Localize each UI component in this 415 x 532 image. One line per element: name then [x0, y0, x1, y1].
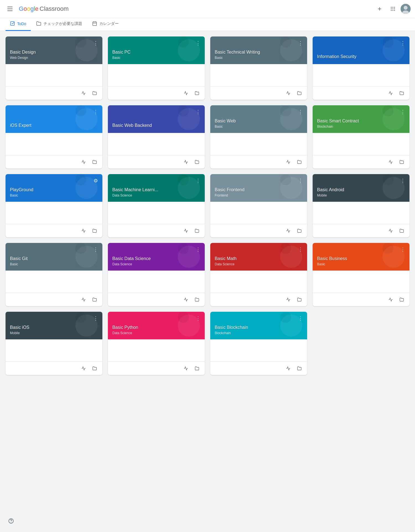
logo-google: Google: [19, 5, 38, 12]
course-card-12[interactable]: ⋮ Basic Android Mobile: [313, 174, 409, 237]
course-menu-button-16[interactable]: ⋮: [398, 245, 407, 254]
svg-point-0: [391, 7, 392, 8]
course-menu-button-10[interactable]: ⋮: [194, 176, 203, 185]
course-folder-button-13[interactable]: [90, 295, 99, 304]
course-chart-button-7[interactable]: [284, 158, 293, 166]
course-menu-button-8[interactable]: ⋮: [398, 108, 407, 116]
svg-point-18: [76, 36, 87, 48]
svg-point-50: [76, 312, 87, 323]
course-menu-button-15[interactable]: ⋮: [296, 245, 305, 254]
course-chart-button-19[interactable]: [284, 364, 293, 373]
course-chart-button-6[interactable]: [181, 158, 190, 166]
course-card-10[interactable]: ⋮ Basic Machine Learni... Data Science: [108, 174, 205, 237]
course-folder-button-17[interactable]: [90, 364, 99, 373]
course-chart-button-3[interactable]: [284, 89, 293, 98]
course-chart-button-10[interactable]: [181, 226, 190, 235]
course-card-7[interactable]: ⋮ Basic Web Basic: [210, 105, 307, 169]
help-button[interactable]: [6, 515, 17, 526]
course-card-11[interactable]: ⋮ Basic Frontend Frontend: [210, 174, 307, 237]
course-chart-button-8[interactable]: [386, 158, 395, 166]
course-menu-button-3[interactable]: ⋮: [296, 39, 305, 48]
course-folder-button-12[interactable]: [397, 226, 406, 235]
course-chart-button-11[interactable]: [284, 226, 293, 235]
course-card-18[interactable]: ⋮ Basic Python Data Science: [108, 312, 205, 375]
course-card-5[interactable]: ⋮ iOS Expert: [6, 105, 102, 169]
course-menu-button-19[interactable]: ⋮: [296, 314, 305, 323]
svg-point-26: [76, 105, 87, 116]
tab-todo[interactable]: ToDo: [6, 18, 31, 31]
course-menu-button-2[interactable]: ⋮: [194, 39, 203, 48]
course-card-1[interactable]: ⋮ Basic Design Web Design: [6, 36, 102, 100]
course-menu-button-14[interactable]: ⋮: [194, 245, 203, 254]
course-menu-button-5[interactable]: ⋮: [91, 108, 100, 116]
tab-calendar[interactable]: カレンダー: [88, 18, 123, 31]
course-card-6[interactable]: ⋮ Basic Web Backend: [108, 105, 205, 169]
course-folder-button-2[interactable]: [193, 89, 201, 98]
course-folder-button-8[interactable]: [397, 158, 406, 166]
course-chart-button-17[interactable]: [79, 364, 88, 373]
course-title-16: Basic Business: [317, 256, 405, 262]
course-chart-button-1[interactable]: [79, 89, 88, 98]
add-button[interactable]: +: [374, 3, 385, 14]
course-chart-button-4[interactable]: [386, 89, 395, 98]
course-chart-button-16[interactable]: [386, 295, 395, 304]
course-menu-button-6[interactable]: ⋮: [194, 108, 203, 116]
course-chart-button-15[interactable]: [284, 295, 293, 304]
course-chart-button-18[interactable]: [181, 364, 190, 373]
course-folder-button-14[interactable]: [193, 295, 201, 304]
course-chart-button-2[interactable]: [181, 89, 190, 98]
course-menu-button-11[interactable]: ⋮: [296, 176, 305, 185]
course-folder-button-18[interactable]: [193, 364, 201, 373]
course-card-3[interactable]: ⋮ Basic Technical Writing Basic: [210, 36, 307, 100]
course-menu-button-17[interactable]: ⋮: [91, 314, 100, 323]
course-body-16: [313, 271, 409, 293]
course-card-13[interactable]: ⋮ Basic Git Basic: [6, 243, 102, 306]
course-menu-button-18[interactable]: ⋮: [194, 314, 203, 323]
app-logo[interactable]: Google Classroom: [19, 5, 69, 12]
nav-tabs: ToDo チェックが必要な課題 カレンダー: [0, 18, 415, 31]
course-card-2[interactable]: ⋮ Basic PC Basic: [108, 36, 205, 100]
course-folder-button-7[interactable]: [295, 158, 304, 166]
course-chart-button-14[interactable]: [181, 295, 190, 304]
svg-point-32: [383, 105, 394, 116]
apps-button[interactable]: [387, 3, 398, 14]
course-chart-button-9[interactable]: [79, 226, 88, 235]
course-menu-button-13[interactable]: ⋮: [91, 245, 100, 254]
course-card-16[interactable]: ⋮ Basic Business Basic: [313, 243, 409, 306]
course-chart-button-13[interactable]: [79, 295, 88, 304]
course-card-8[interactable]: ⋮ Basic Smart Contract Blockchain: [313, 105, 409, 169]
course-card-15[interactable]: ⋮ Basic Math Data Science: [210, 243, 307, 306]
course-chart-button-5[interactable]: [79, 158, 88, 166]
course-card-17[interactable]: ⋮ Basic iOS Mobile: [6, 312, 102, 375]
course-menu-button-7[interactable]: ⋮: [296, 108, 305, 116]
tab-review[interactable]: チェックが必要な課題: [32, 18, 87, 31]
course-folder-button-19[interactable]: [295, 364, 304, 373]
course-menu-button-9[interactable]: ⚙: [91, 176, 100, 185]
course-card-9[interactable]: ⚙ PlayGround Basic: [6, 174, 102, 237]
course-menu-button-12[interactable]: ⋮: [398, 176, 407, 185]
course-header-11: ⋮ Basic Frontend Frontend: [210, 174, 307, 202]
course-folder-button-3[interactable]: [295, 89, 304, 98]
course-folder-button-15[interactable]: [295, 295, 304, 304]
svg-point-22: [280, 36, 291, 48]
course-title-17: Basic iOS: [10, 325, 98, 331]
hamburger-menu-button[interactable]: [4, 3, 15, 14]
course-folder-button-16[interactable]: [397, 295, 406, 304]
course-menu-button-4[interactable]: ⋮: [398, 39, 407, 48]
course-folder-button-4[interactable]: [397, 89, 406, 98]
course-chart-button-12[interactable]: [386, 226, 395, 235]
course-card-4[interactable]: ⋮ Information Security: [313, 36, 409, 100]
course-folder-button-10[interactable]: [193, 226, 201, 235]
course-body-13: [6, 271, 102, 293]
course-folder-button-5[interactable]: [90, 158, 99, 166]
course-folder-button-11[interactable]: [295, 226, 304, 235]
course-menu-button-1[interactable]: ⋮: [91, 39, 100, 48]
course-title-15: Basic Math: [215, 256, 303, 262]
course-folder-button-1[interactable]: [90, 89, 99, 98]
todo-icon: [10, 21, 15, 27]
course-card-19[interactable]: ⋮ Basic Blockchain Blockchain: [210, 312, 307, 375]
user-avatar[interactable]: [401, 4, 411, 14]
course-folder-button-9[interactable]: [90, 226, 99, 235]
course-folder-button-6[interactable]: [193, 158, 201, 166]
course-card-14[interactable]: ⋮ Basic Data Science Data Science: [108, 243, 205, 306]
